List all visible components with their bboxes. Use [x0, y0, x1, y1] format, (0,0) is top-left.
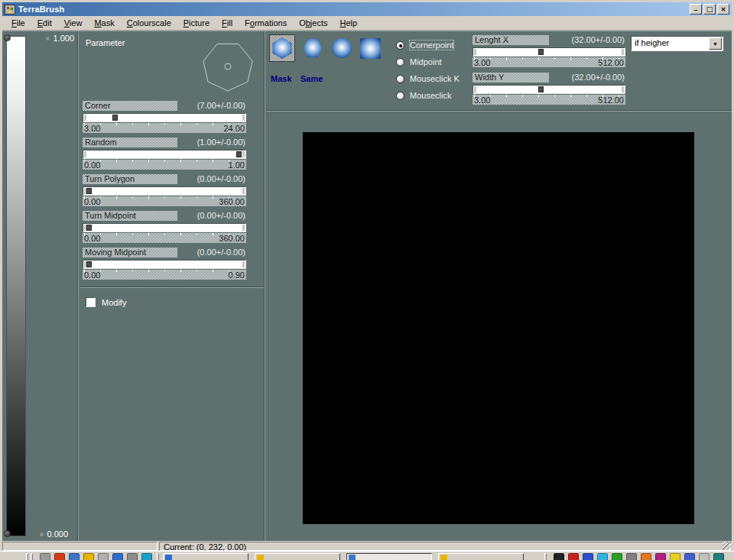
menu-file[interactable]: File — [5, 18, 31, 28]
taskbar-icon[interactable] — [597, 553, 608, 560]
resize-grip[interactable] — [723, 542, 731, 550]
taskbar-task-button[interactable] — [346, 553, 432, 560]
taskbar-icon[interactable] — [583, 553, 593, 560]
window-title: TerraBrush — [18, 5, 64, 14]
taskbar-icon[interactable] — [554, 553, 564, 560]
taskbar-icon[interactable] — [127, 553, 138, 560]
taskbar-icon[interactable] — [713, 553, 724, 560]
quick-launch — [40, 553, 152, 560]
taskbar-icon[interactable] — [54, 553, 65, 560]
system-tray — [554, 553, 724, 560]
taskbar-icon[interactable] — [83, 553, 94, 560]
radio-mouseclick-k[interactable]: Mouseclick K — [396, 73, 460, 84]
taskbar-grip[interactable] — [157, 553, 159, 560]
radio-midpoint[interactable]: Midpoint — [396, 57, 442, 67]
length-slider[interactable] — [473, 47, 625, 57]
menu-edit[interactable]: Edit — [31, 18, 58, 28]
same-link[interactable]: Same — [300, 74, 323, 83]
radio-icon — [396, 58, 404, 66]
corner-slider-thumb[interactable] — [112, 115, 118, 121]
taskbar-icon[interactable] — [699, 553, 710, 560]
menu-mask[interactable]: Mask — [88, 18, 120, 28]
scale-bottom-marker-icon — [40, 532, 44, 536]
menu-fill[interactable]: Fill — [216, 18, 239, 28]
corner-slider-label: Corner — [83, 101, 177, 111]
terrain-canvas[interactable] — [303, 132, 694, 524]
taskbar-icon[interactable] — [112, 553, 123, 560]
menu-help[interactable]: Help — [333, 18, 363, 28]
circle-brush-button[interactable] — [329, 34, 355, 62]
taskbar — [0, 551, 734, 560]
moving-midpoint-slider-thumb[interactable] — [86, 261, 92, 267]
corner-slider[interactable] — [83, 113, 246, 122]
turn-polygon-slider-value: (0.00+/-0.00) — [197, 174, 245, 183]
status-panel-current: Current: (0, 232, 0.00) — [159, 542, 730, 551]
width-slider[interactable] — [473, 85, 625, 94]
taskbar-icon[interactable] — [40, 553, 50, 560]
radio-mouseclick[interactable]: Mouseclick — [396, 90, 451, 101]
maximize-button[interactable]: □ — [703, 4, 716, 15]
random-slider-thumb[interactable] — [236, 151, 242, 157]
blend-mode-dropdown[interactable]: if heigher ▼ — [631, 36, 723, 51]
modify-checkbox[interactable] — [86, 297, 96, 307]
task-button-icon — [349, 555, 356, 560]
taskbar-grip[interactable] — [31, 553, 33, 560]
turn-midpoint-slider[interactable] — [83, 223, 246, 232]
task-button-icon — [440, 555, 447, 560]
turn-midpoint-slider-thumb[interactable] — [86, 225, 92, 231]
moving-midpoint-slider-value: (0.00+/-0.00) — [197, 248, 245, 257]
close-button[interactable]: × — [717, 4, 729, 15]
hexagon-brush-icon — [271, 37, 293, 59]
chevron-down-icon[interactable]: ▼ — [709, 37, 722, 50]
taskbar-icon[interactable] — [98, 553, 109, 560]
app-icon — [5, 5, 15, 15]
turn-midpoint-slider-label: Turn Midpoint — [83, 211, 177, 221]
length-slider-thumb[interactable] — [538, 49, 544, 55]
menu-colourscale[interactable]: Colourscale — [121, 18, 177, 28]
width-slider-thumb[interactable] — [538, 86, 544, 92]
taskbar-grip[interactable] — [544, 553, 547, 560]
mask-link[interactable]: Mask — [271, 74, 292, 83]
taskbar-grip[interactable] — [26, 553, 28, 560]
heptagon-brush-button[interactable] — [300, 34, 326, 62]
terrabrush-window: TerraBrush _ □ × File Edit View Mask Col… — [0, 0, 734, 560]
turn-polygon-slider-label: Turn Polygon — [83, 174, 177, 184]
taskbar-icon[interactable] — [141, 553, 152, 560]
square-brush-button[interactable] — [357, 34, 383, 62]
menu-picture[interactable]: Picture — [177, 18, 216, 28]
turn-polygon-slider[interactable] — [83, 186, 246, 196]
client-area: 1.000 0.000 Parameter Corner (7.00+/-0.0… — [2, 31, 732, 541]
scale-bottom-label: 0.000 — [40, 529, 68, 539]
taskbar-icon[interactable] — [655, 553, 666, 560]
parameter-panel: Parameter Corner (7.00+/-0.00) 3.00 24.0… — [80, 31, 266, 542]
minimize-button[interactable]: _ — [690, 4, 702, 15]
taskbar-task-button[interactable] — [255, 553, 340, 560]
width-slider-value: (32.00+/-0.00) — [572, 73, 625, 82]
brush-toolbar: Mask Same Cornerpoint Midpoint Mouseclic… — [266, 31, 732, 110]
colourscale-gradient[interactable] — [6, 36, 26, 536]
taskbar-task-button[interactable] — [438, 553, 524, 560]
hexagon-brush-button[interactable] — [269, 34, 295, 62]
taskbar-icon[interactable] — [568, 553, 579, 560]
gradient-bottom-marker[interactable] — [4, 530, 11, 537]
menu-formations[interactable]: Formations — [239, 18, 293, 28]
turn-polygon-slider-thumb[interactable] — [86, 188, 92, 194]
taskbar-icon[interactable] — [612, 553, 622, 560]
square-brush-icon — [360, 38, 381, 59]
taskbar-icon[interactable] — [670, 553, 680, 560]
taskbar-icon[interactable] — [626, 553, 637, 560]
radio-icon — [396, 41, 404, 50]
gradient-top-marker[interactable] — [4, 34, 11, 41]
random-slider-label: Random — [83, 138, 177, 147]
moving-midpoint-slider[interactable] — [83, 260, 246, 269]
menu-objects[interactable]: Objects — [293, 18, 333, 28]
menu-view[interactable]: View — [58, 18, 89, 28]
radio-cornerpoint[interactable]: Cornerpoint — [396, 40, 453, 50]
random-slider[interactable] — [83, 150, 246, 159]
taskbar-icon[interactable] — [69, 553, 80, 560]
canvas-zone — [266, 112, 732, 542]
taskbar-icon[interactable] — [684, 553, 695, 560]
taskbar-icon[interactable] — [641, 553, 651, 560]
blend-mode-value: if heigher — [635, 38, 669, 47]
taskbar-task-button[interactable] — [163, 553, 248, 560]
